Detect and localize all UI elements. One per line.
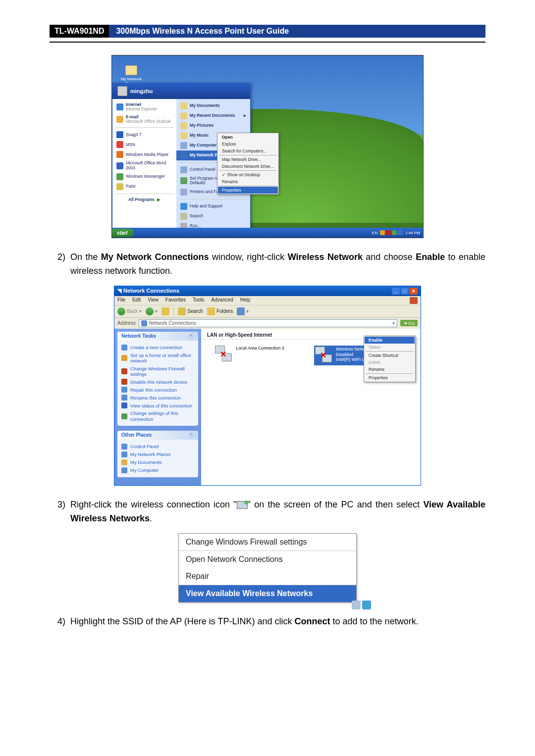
system-tray: EN 1:44 PM: [372, 230, 423, 235]
model-label: TL-WA901ND: [50, 25, 109, 38]
start-item-search[interactable]: Search: [176, 211, 250, 221]
folders-button[interactable]: Folders: [207, 307, 233, 315]
ctx-props[interactable]: Properties: [365, 374, 415, 381]
start-item-help[interactable]: Help and Support: [176, 202, 250, 211]
network-tasks-panel: Network Tasks⌃ Create a new connection S…: [117, 332, 198, 426]
tm-repair[interactable]: Repair: [179, 568, 356, 585]
start-item-mydocs[interactable]: My Documents: [176, 101, 250, 111]
other-mycomputer[interactable]: My Computer: [121, 466, 194, 474]
views-button[interactable]: ▾: [237, 307, 249, 315]
ctx-delete: Delete: [365, 359, 415, 366]
start-item-internet[interactable]: InternetInternet Explorer: [112, 101, 176, 113]
menu-file[interactable]: File: [117, 297, 125, 304]
context-menu-network-places: Open Explore Search for Computers... Map…: [217, 133, 279, 195]
ctx-explore[interactable]: Explore: [218, 141, 278, 148]
ctx-status: Status: [365, 344, 415, 351]
start-item-recent[interactable]: My Recent Documents▸: [176, 111, 250, 121]
start-item-email[interactable]: E-mailMicrosoft Office Outlook: [112, 113, 176, 126]
maximize-button[interactable]: □: [401, 288, 409, 295]
task-rename[interactable]: Rename this connection: [121, 394, 194, 402]
other-mydocs[interactable]: My Documents: [121, 458, 194, 466]
tm-firewall[interactable]: Change Windows Firewall settings: [179, 534, 356, 551]
start-item-paint[interactable]: Paint: [112, 182, 176, 192]
minimize-button[interactable]: _: [392, 288, 400, 295]
tray-lang[interactable]: EN: [372, 231, 377, 235]
ctx-search-computers[interactable]: Search for Computers...: [218, 148, 278, 154]
chevron-up-icon[interactable]: ⌃: [188, 432, 194, 438]
ctx-disconnect-drive[interactable]: Disconnect Network Drive...: [218, 163, 278, 170]
up-button[interactable]: [161, 307, 169, 315]
other-places-panel: Other Places⌃ Control Panel My Network P…: [117, 431, 198, 477]
screenshot-desktop: My Network Places mingzhu InternetIntern…: [50, 55, 485, 238]
task-settings[interactable]: Change settings of this connection: [121, 409, 194, 423]
task-status[interactable]: View status of this connection: [121, 402, 194, 409]
start-item-word[interactable]: Microsoft Office Word 2003: [112, 159, 176, 172]
header-rule: [50, 42, 485, 43]
menu-tools[interactable]: Tools: [193, 297, 204, 304]
tray-context-menu: Change Windows Firewall settings Open Ne…: [178, 533, 357, 603]
ctx-open[interactable]: Open: [218, 134, 278, 141]
ctx-properties[interactable]: Properties: [218, 187, 278, 194]
explorer-sidebar: Network Tasks⌃ Create a new connection S…: [114, 329, 201, 485]
screenshot-network-connections: ◥Network Connections _ □ ✕ File Edit Vie…: [50, 286, 485, 486]
wireless-tray-icon: [237, 501, 248, 509]
address-input[interactable]: Network Connections ▾: [139, 319, 397, 327]
start-item-messenger[interactable]: Windows Messenger: [112, 172, 176, 182]
other-network-places[interactable]: My Network Places: [121, 451, 194, 458]
task-repair[interactable]: Repair this connection: [121, 386, 194, 394]
start-item-snagit[interactable]: SnagIt 7: [112, 130, 176, 140]
start-item-pictures[interactable]: My Pictures: [176, 121, 250, 131]
forward-button[interactable]: ▾: [146, 307, 158, 315]
tray-net-icon[interactable]: [352, 601, 361, 609]
tray-clock: 1:44 PM: [405, 231, 420, 235]
address-bar: Address Network Connections ▾ ➜ Go: [114, 318, 421, 329]
start-left-column: InternetInternet Explorer E-mailMicrosof…: [112, 99, 176, 233]
back-button[interactable]: Back ▾: [117, 307, 142, 315]
start-button[interactable]: start: [112, 229, 134, 237]
go-button[interactable]: ➜ Go: [400, 320, 418, 326]
start-item-msn[interactable]: MSN: [112, 140, 176, 150]
task-create-connection[interactable]: Create a new connection: [121, 344, 194, 352]
explorer-window: ◥Network Connections _ □ ✕ File Edit Vie…: [114, 286, 421, 486]
toolbar: Back ▾ ▾ Search Folders ▾: [114, 305, 421, 318]
taskbar: start EN 1:44 PM: [112, 228, 423, 238]
ctx-map-drive[interactable]: Map Network Drive...: [218, 156, 278, 163]
other-control-panel[interactable]: Control Panel: [121, 443, 194, 451]
local-area-connection[interactable]: ✕ Local Area Connection 2: [215, 346, 284, 365]
task-disable[interactable]: Disable this network device: [121, 378, 194, 386]
menubar: File Edit View Favorites Tools Advanced …: [114, 296, 421, 305]
tray-alert-icon[interactable]: [386, 230, 391, 235]
ctx-rename[interactable]: Rename: [218, 178, 278, 185]
menu-view[interactable]: View: [148, 297, 159, 304]
tray-shield-icon[interactable]: [380, 230, 385, 235]
menu-help[interactable]: Help: [240, 297, 251, 304]
search-button[interactable]: Search: [178, 307, 203, 315]
close-button[interactable]: ✕: [410, 288, 418, 295]
start-menu-header: mingzhu: [112, 83, 250, 99]
tm-open-network[interactable]: Open Network Connections: [179, 551, 356, 568]
start-all-programs[interactable]: All Programs ▶: [112, 196, 176, 203]
menu-edit[interactable]: Edit: [132, 297, 141, 304]
task-home-network[interactable]: Set up a home or small office network: [121, 352, 194, 365]
ctx-create-shortcut[interactable]: Create Shortcut: [365, 352, 415, 359]
disconnected-icon: ✕: [220, 350, 226, 359]
ctx-enable[interactable]: Enable: [365, 337, 415, 344]
explorer-titlebar: ◥Network Connections _ □ ✕: [114, 286, 421, 296]
guide-title: 300Mbps Wireless N Access Point User Gui…: [109, 25, 485, 38]
net-icon: [141, 320, 147, 326]
tray-wifi-icon[interactable]: [362, 601, 371, 609]
tm-view-networks[interactable]: View Available Wireless Networks: [179, 585, 356, 602]
menu-advanced[interactable]: Advanced: [211, 297, 233, 304]
chevron-up-icon[interactable]: ⌃: [188, 333, 194, 339]
tray-vol-icon[interactable]: [398, 230, 403, 235]
tray-net-icon[interactable]: [392, 230, 397, 235]
ctx-rename[interactable]: Rename: [365, 366, 415, 373]
xp-desktop-window: My Network Places mingzhu InternetIntern…: [111, 55, 424, 238]
start-item-wmp[interactable]: Windows Media Player: [112, 150, 176, 159]
avatar-icon: [117, 86, 127, 96]
task-firewall[interactable]: Change Windows Firewall settings: [121, 365, 194, 378]
menu-favorites[interactable]: Favorites: [165, 297, 186, 304]
context-menu-wireless: Enable Status Create Shortcut Delete Ren…: [364, 336, 416, 382]
document-header: TL-WA901ND 300Mbps Wireless N Access Poi…: [50, 25, 485, 38]
ctx-show-desktop[interactable]: ✓ Show on Desktop: [218, 171, 278, 178]
